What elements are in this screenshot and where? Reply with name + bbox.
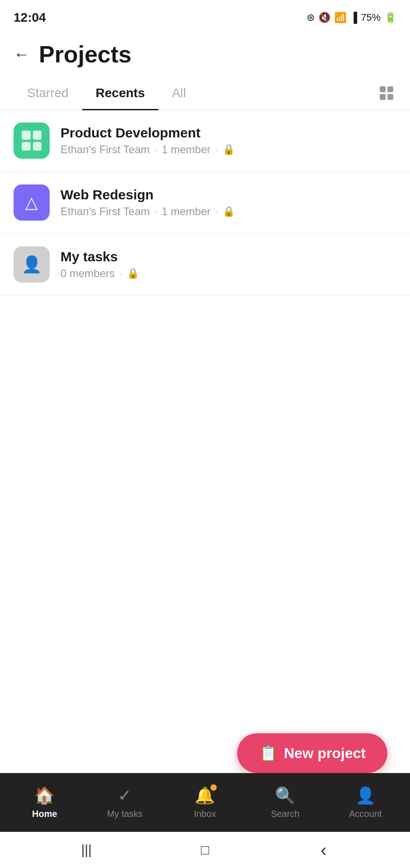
tab-all[interactable]: All xyxy=(158,77,200,109)
system-nav: ||| □ ‹ xyxy=(0,832,410,868)
page-title: Projects xyxy=(39,41,131,68)
nav-item-my-tasks[interactable]: ✓ My tasks xyxy=(85,781,165,825)
separator2: · xyxy=(215,205,218,218)
nav-label-my-tasks: My tasks xyxy=(107,809,143,819)
back-button[interactable]: ← xyxy=(14,46,30,62)
bottom-nav: 🏠 Home ✓ My tasks 🔔 Inbox 🔍 Search 👤 Acc… xyxy=(0,773,410,832)
project-name: My tasks xyxy=(61,249,396,264)
nav-label-account: Account xyxy=(349,809,382,819)
project-icon-my-tasks: 👤 xyxy=(14,246,50,283)
flask-icon: △ xyxy=(25,193,38,212)
notification-dot xyxy=(210,784,217,791)
bell-icon: 🔔 xyxy=(195,786,215,805)
home-button[interactable]: □ xyxy=(191,836,219,863)
project-info-my-tasks: My tasks 0 members · 🔒 xyxy=(61,249,396,280)
page-header: ← Projects xyxy=(0,32,410,77)
project-team: Ethan's First Team xyxy=(61,205,150,218)
bluetooth-icon: ⊛ xyxy=(307,12,315,24)
account-icon: 👤 xyxy=(355,786,376,805)
lock-icon: 🔒 xyxy=(223,144,235,156)
project-info-web-redesign: Web Redesign Ethan's First Team · 1 memb… xyxy=(61,187,396,218)
separator2: · xyxy=(215,143,218,156)
lock-icon: 🔒 xyxy=(223,206,235,217)
grid-view-toggle[interactable] xyxy=(377,83,396,103)
separator: · xyxy=(154,143,158,156)
project-meta: Ethan's First Team · 1 member · 🔒 xyxy=(61,143,396,156)
new-project-icon: 📋 xyxy=(259,744,278,762)
check-icon: ✓ xyxy=(118,786,131,805)
grid-icon xyxy=(380,86,393,100)
project-icon-product-development xyxy=(14,123,50,159)
status-icons: ⊛ 🔇 📶 ▐ 75% 🔋 xyxy=(307,12,396,24)
project-name: Web Redesign xyxy=(61,187,396,203)
mute-icon: 🔇 xyxy=(318,12,331,24)
tab-recents[interactable]: Recents xyxy=(82,77,158,109)
status-time: 12:04 xyxy=(14,10,46,25)
separator: · xyxy=(154,205,158,218)
nav-label-inbox: Inbox xyxy=(194,809,216,819)
nav-item-account[interactable]: 👤 Account xyxy=(325,781,405,825)
new-project-label: New project xyxy=(284,745,366,762)
wifi-icon: 📶 xyxy=(334,12,346,24)
project-item-product-development[interactable]: Product Development Ethan's First Team ·… xyxy=(0,110,410,172)
tab-starred[interactable]: Starred xyxy=(14,77,82,109)
project-meta: 0 members · 🔒 xyxy=(61,267,396,280)
project-meta: Ethan's First Team · 1 member · 🔒 xyxy=(61,205,396,218)
project-members: 1 member xyxy=(162,143,210,156)
project-name: Product Development xyxy=(61,125,396,141)
project-info-product-development: Product Development Ethan's First Team ·… xyxy=(61,125,396,156)
project-item-my-tasks[interactable]: 👤 My tasks 0 members · 🔒 xyxy=(0,234,410,296)
back-button-system[interactable]: ‹ xyxy=(310,836,337,863)
lock-icon: 🔒 xyxy=(127,268,139,279)
menu-button[interactable]: ||| xyxy=(73,836,100,863)
nav-item-search[interactable]: 🔍 Search xyxy=(245,781,326,825)
nav-label-search: Search xyxy=(271,809,299,819)
new-project-button[interactable]: 📋 New project xyxy=(237,733,387,773)
battery-icon: 🔋 xyxy=(384,12,396,24)
home-icon: 🏠 xyxy=(34,786,55,805)
project-team: Ethan's First Team xyxy=(61,143,150,156)
status-bar: 12:04 ⊛ 🔇 📶 ▐ 75% 🔋 xyxy=(0,0,410,32)
tab-bar: Starred Recents All xyxy=(0,77,410,110)
signal-icon: ▐ xyxy=(350,12,357,24)
separator: · xyxy=(119,267,122,280)
nav-label-home: Home xyxy=(32,809,57,819)
project-members: 1 member xyxy=(162,205,210,218)
person-icon: 👤 xyxy=(22,255,42,274)
battery-indicator: 75% xyxy=(361,12,381,24)
project-icon-web-redesign: △ xyxy=(14,184,50,221)
nav-item-inbox[interactable]: 🔔 Inbox xyxy=(165,781,245,825)
nav-item-home[interactable]: 🏠 Home xyxy=(5,781,85,825)
project-members: 0 members xyxy=(61,267,115,280)
project-list: Product Development Ethan's First Team ·… xyxy=(0,110,410,296)
project-item-web-redesign[interactable]: △ Web Redesign Ethan's First Team · 1 me… xyxy=(0,172,410,234)
search-icon: 🔍 xyxy=(275,786,295,805)
